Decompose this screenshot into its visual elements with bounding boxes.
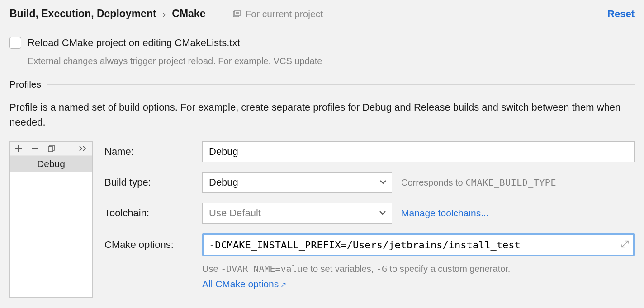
external-link-icon: ↗	[280, 281, 286, 289]
toolchain-label: Toolchain:	[104, 207, 195, 219]
profiles-section-header: Profiles	[9, 79, 635, 90]
reload-checkbox-label[interactable]: Reload CMake project on editing CMakeLis…	[28, 37, 240, 49]
remove-profile-button[interactable]	[31, 145, 39, 153]
plus-icon	[14, 145, 23, 153]
chevron-down-icon	[374, 173, 392, 192]
cmake-options-field[interactable]	[202, 233, 635, 256]
cmake-options-label: CMake options:	[104, 239, 195, 251]
chevron-right-icon: ›	[163, 9, 166, 19]
copy-icon	[47, 145, 55, 153]
profiles-toolbar	[10, 142, 92, 156]
cmake-settings-panel: Build, Execution, Deployment › CMake For…	[0, 0, 644, 308]
expand-icon[interactable]	[621, 240, 629, 250]
profiles-section-title: Profiles	[9, 79, 41, 90]
name-input[interactable]	[202, 141, 635, 162]
header-row: Build, Execution, Deployment › CMake For…	[9, 0, 635, 23]
chevrons-right-icon	[79, 145, 88, 152]
breadcrumb-current: CMake	[172, 8, 205, 20]
breadcrumb-parent[interactable]: Build, Execution, Deployment	[9, 8, 156, 20]
profiles-list: Debug	[9, 141, 93, 298]
divider-line	[47, 84, 635, 85]
profiles-items: Debug	[10, 156, 92, 297]
profiles-area: Debug Name: Build type: Debug Correspond…	[9, 141, 635, 298]
profile-form: Name: Build type: Debug Corresponds to C…	[104, 141, 635, 298]
cmake-options-subtext: Use -DVAR_NAME=value to set variables, -…	[202, 263, 635, 289]
build-type-value: Debug	[203, 173, 374, 192]
project-scope-icon	[232, 10, 241, 18]
profile-item-debug[interactable]: Debug	[10, 156, 92, 172]
name-label: Name:	[104, 146, 195, 158]
svg-rect-4	[48, 147, 53, 152]
copy-profile-button[interactable]	[47, 145, 55, 153]
reload-checkbox[interactable]	[9, 37, 21, 49]
toolchain-value: Use Default	[203, 203, 374, 223]
svg-rect-1	[235, 10, 240, 16]
more-actions-button[interactable]	[79, 145, 88, 152]
all-cmake-options-link[interactable]: All CMake options↗	[202, 279, 286, 289]
add-profile-button[interactable]	[14, 145, 23, 153]
reload-option-row: Reload CMake project on editing CMakeLis…	[9, 37, 635, 49]
breadcrumb: Build, Execution, Deployment › CMake	[9, 8, 205, 20]
reload-hint: External changes always trigger project …	[28, 56, 635, 66]
reset-button[interactable]: Reset	[607, 8, 635, 20]
build-type-note: Corresponds to CMAKE_BUILD_TYPE	[401, 177, 556, 188]
build-type-label: Build type:	[104, 177, 195, 188]
cmake-options-hint: Use -DVAR_NAME=value to set variables, -…	[202, 263, 635, 274]
cmake-options-input[interactable]	[208, 235, 615, 255]
toolchain-combobox[interactable]: Use Default	[202, 203, 392, 224]
build-type-combobox[interactable]: Debug	[202, 172, 392, 193]
scope-label: For current project	[232, 9, 323, 19]
profiles-description: Profile is a named set of build options.…	[9, 100, 635, 130]
manage-toolchains-link[interactable]: Manage toolchains...	[401, 208, 489, 219]
minus-icon	[31, 145, 39, 153]
chevron-down-icon	[374, 203, 392, 223]
